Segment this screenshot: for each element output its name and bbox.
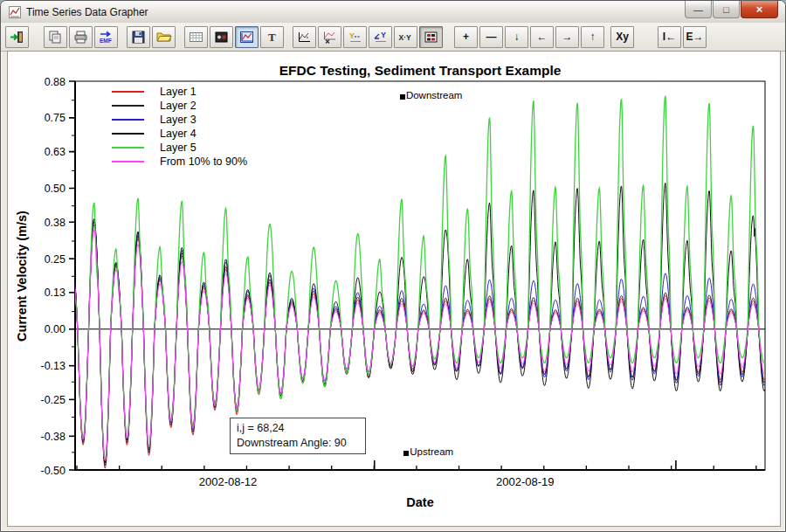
legend-line-sample [112, 119, 144, 121]
right-y-axis-button[interactable]: Y [369, 26, 392, 48]
y-tick-label: 0.50 [45, 183, 66, 195]
pan-down-button[interactable]: ↓ [505, 26, 528, 48]
downstream-marker: Downstream [400, 90, 463, 100]
legend-toggle-button[interactable] [419, 26, 443, 48]
upstream-marker: Upstream [403, 446, 453, 457]
y-tick-label: -0.50 [41, 465, 66, 477]
clear-plot-button[interactable] [318, 26, 341, 48]
text-labels-button[interactable]: T [260, 26, 284, 48]
svg-text:T: T [268, 31, 276, 44]
downstream-marker-label: Downstream [406, 90, 463, 100]
chart-view-button[interactable] [235, 26, 259, 48]
annotation-line-2: Downstream Angle: 90 [237, 436, 359, 451]
left-y-axis-button[interactable]: Y [343, 26, 367, 48]
y-tick-label: -0.38 [41, 431, 66, 443]
legend-label: From 10% to 90% [160, 155, 247, 168]
legend-line-sample [112, 147, 144, 149]
y-axis-label: Current Velocity (m/s) [15, 176, 29, 377]
chart-area: 0.880.750.630.500.380.250.130.00-0.13-0.… [7, 51, 781, 527]
x-tick-label: 2002-08-12 [199, 475, 258, 488]
legend: Layer 1Layer 2Layer 3Layer 4Layer 5From … [112, 85, 247, 169]
y-tick-label: -0.13 [41, 360, 66, 372]
pan-right-button[interactable]: → [555, 26, 579, 48]
legend-label: Layer 5 [160, 142, 196, 154]
chart-title: EFDC Testing, Sediment Transport Example [75, 63, 765, 79]
pan-left-button[interactable]: ← [530, 26, 554, 48]
y-tick-label: 0.38 [45, 217, 66, 229]
data-grid-button[interactable] [184, 26, 208, 48]
zoom-in-button[interactable]: + [454, 26, 478, 48]
upstream-marker-label: Upstream [410, 446, 453, 457]
y-tick-label: -0.25 [41, 394, 66, 406]
app-window: Time Series Data Grapher —□× EMFTYYX·Y+—… [0, 0, 786, 532]
y-tick-label: 0.88 [45, 76, 66, 88]
window-title: Time Series Data Grapher [26, 6, 148, 18]
app-icon [8, 5, 22, 19]
import-button[interactable]: I← [658, 26, 681, 48]
y-tick-label: 0.13 [45, 287, 66, 299]
y-tick-label: 0.25 [45, 253, 66, 266]
legend-item-2: Layer 2 [112, 99, 247, 113]
x-axis-label: Date [75, 495, 765, 509]
downstream-marker-icon [400, 94, 405, 100]
zoom-out-button[interactable]: — [479, 26, 503, 48]
print-button[interactable] [69, 26, 93, 48]
copy-button[interactable] [44, 26, 67, 48]
toolbar: EMFTYYX·Y+—↓←→↑XyI←E→ [1, 23, 785, 52]
svg-text:X·Y: X·Y [399, 33, 412, 42]
title-bar[interactable]: Time Series Data Grapher —□× [1, 1, 785, 23]
upstream-marker-icon [403, 451, 409, 456]
y-tick-label: 0.63 [45, 146, 66, 158]
legend-item-5: Layer 5 [112, 141, 247, 155]
legend-item-4: Layer 4 [112, 127, 247, 141]
export-emf-button[interactable]: EMF [94, 26, 118, 48]
window-controls: —□× [684, 1, 778, 18]
legend-line-sample [112, 91, 144, 93]
xy-plot-button[interactable]: X·Y [394, 26, 417, 48]
y-tick-label: 0.00 [45, 323, 66, 335]
annotation-line-1: i,j = 68,24 [237, 421, 359, 436]
open-file-button[interactable] [152, 26, 176, 48]
legend-label: Layer 2 [160, 100, 196, 112]
exit-button[interactable] [5, 26, 29, 48]
legend-item-1: Layer 1 [112, 85, 247, 99]
svg-text:Y: Y [381, 31, 386, 39]
pan-up-button[interactable]: ↑ [581, 26, 604, 48]
line-plot-button[interactable] [293, 26, 316, 48]
legend-label: Layer 4 [160, 128, 196, 140]
maximize-button[interactable]: □ [713, 1, 740, 18]
x-tick-label: 2002-08-19 [496, 475, 555, 488]
coordinates-button[interactable]: Xy [610, 26, 634, 48]
legend-label: Layer 1 [160, 86, 196, 98]
minimize-button[interactable]: — [685, 1, 712, 18]
y-tick-label: 0.75 [45, 112, 66, 124]
legend-label: Layer 3 [160, 114, 196, 126]
export-button[interactable]: E→ [683, 26, 707, 48]
legend-line-sample [112, 161, 144, 162]
svg-text:EMF: EMF [100, 38, 112, 44]
save-button[interactable] [127, 26, 150, 48]
legend-line-sample [112, 105, 144, 107]
legend-item-6: From 10% to 90% [112, 155, 247, 169]
annotation-box: i,j = 68,24 Downstream Angle: 90 [230, 418, 366, 454]
symbol-style-button[interactable] [210, 26, 233, 48]
legend-line-sample [112, 133, 144, 135]
svg-text:Y: Y [349, 31, 355, 40]
close-button[interactable]: × [741, 1, 778, 18]
legend-item-3: Layer 3 [112, 113, 247, 127]
